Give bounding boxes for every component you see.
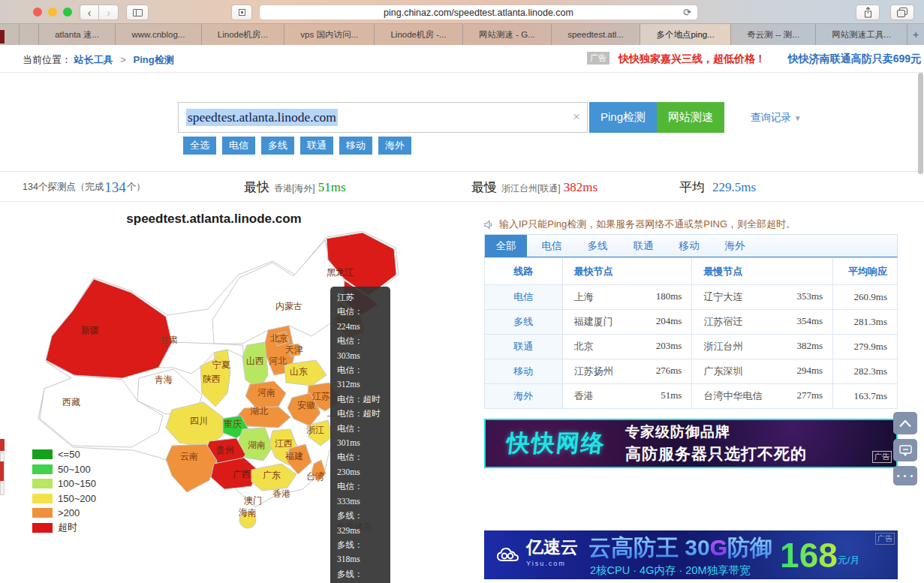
share-icon [863,7,873,18]
legend-item: 150~200 [32,491,96,506]
legend-swatch [32,479,53,488]
browser-tab[interactable]: speedtest.atl... [552,24,640,45]
browser-tab[interactable] [20,24,39,45]
tooltip-row: 多线：329ms [337,509,384,538]
comment-bubble-icon [899,445,912,456]
back-to-top-button[interactable] [893,412,917,434]
header-fastest: 最快节点 [562,258,692,285]
browser-tab-label: atlanta 速... [55,29,99,41]
sidebar-button[interactable] [126,5,149,20]
clear-input-icon[interactable]: × [573,110,580,125]
filter-button-电信[interactable]: 电信 [222,137,255,155]
tooltip-row: 电信：333ms [337,479,384,509]
slowest-stat: 最慢 浙江台州[联通] 382ms [471,172,597,203]
breadcrumb-separator: > [120,54,126,65]
yisu-ad-banner[interactable]: 广告 亿速云 Yisu.com 云高防王 30G防御 2核CPU · 4G内存 … [484,530,898,579]
ping-note-text: 输入IP只能Ping检测，如果服务器网络不通或禁PING，则全部超时。 [499,218,796,231]
feedback-button[interactable] [893,439,917,461]
ping-note: 输入IP只能Ping检测，如果服务器网络不通或禁PING，则全部超时。 [484,218,796,231]
filter-button-全选[interactable]: 全选 [183,137,216,155]
filter-button-联通[interactable]: 联通 [300,137,333,155]
browser-tab[interactable]: Linode机房... [202,24,285,45]
legend-swatch [32,508,53,518]
tooltip-row: 电信：312ms [337,363,384,392]
tooltip-row: 电信：230ms [337,450,384,479]
breadcrumb-home-link[interactable]: 站长工具 [74,54,113,65]
close-window-button[interactable] [33,8,42,17]
zoom-window-button[interactable] [63,8,72,17]
site-speed-button[interactable]: 网站测速 [657,102,724,133]
legend-label: 150~200 [58,493,96,504]
legend-item: <=50 [32,447,96,462]
reader-button[interactable] [231,5,252,20]
legend-swatch [32,449,53,459]
result-tab-电信[interactable]: 电信 [531,235,573,257]
back-button[interactable]: ‹ [80,5,99,20]
table-row: 电信上海180ms辽宁大连353ms260.9ms [485,285,898,310]
result-tab-全部[interactable]: 全部 [485,235,527,257]
minimize-window-button[interactable] [48,8,57,17]
promo-link-blue[interactable]: 快快济南联通高防只卖699元！ [788,53,924,65]
cell-fastest: 江苏扬州276ms [562,359,692,384]
browser-tab[interactable]: 网站测速工具... [816,24,907,45]
forward-button[interactable]: › [99,5,119,20]
cell-line[interactable]: 海外 [485,384,563,409]
cell-fastest: 香港51ms [562,384,692,409]
tabs-overview-icon [897,8,907,17]
browser-tab-label: Linode机房... [218,29,268,41]
ping-test-button[interactable]: Ping检测 [589,102,657,133]
browser-tab[interactable]: 网站测速 - G... [463,24,552,45]
more-tools-button[interactable]: • • • [893,466,917,485]
browser-tab[interactable]: 多个地点ping... [640,24,731,45]
query-history-dropdown[interactable]: 查询记录 ▼ [751,111,802,125]
browser-tab-label: Linode机房 -... [390,29,446,41]
browser-tab[interactable]: vps 国内访问... [284,24,375,45]
kuaikuai-brand: 快快网络 [505,428,607,459]
filter-button-移动[interactable]: 移动 [339,137,372,155]
address-bar[interactable]: ping.chinaz.com/speedtest.atlanta.linode… [259,5,698,20]
filter-button-海外[interactable]: 海外 [378,137,411,155]
show-all-tabs-button[interactable] [890,5,914,20]
reload-icon[interactable]: ⟳ [683,7,691,18]
tooltip-row: 电信：224ms [337,305,384,334]
cell-line[interactable]: 电信 [485,285,563,310]
sidebar-icon [133,9,143,17]
fastest-stat: 最快 香港[海外] 51ms [244,172,346,203]
browser-tab[interactable]: www.cnblog... [116,24,201,45]
legend-swatch [32,464,53,474]
page-scrollbar[interactable] [918,73,923,174]
legend-swatch [32,523,53,533]
tooltip-title: 江苏 [337,290,384,305]
domain-input[interactable]: speedtest.atlanta.linode.com × [178,102,588,133]
yisu-brand: 亿速云 Yisu.com [526,539,578,572]
legend-item: 超时 [32,521,96,536]
cell-fastest: 北京203ms [562,335,692,359]
cell-fastest: 上海180ms [562,285,692,310]
browser-tab-label: 网站测速工具... [832,29,891,41]
legend-item: 100~150 [32,476,96,491]
breadcrumb-bar: 当前位置： 站长工具 > Ping检测 广告 快快独家嘉兴三线，超低价格！ 快快… [0,45,924,73]
breadcrumb-current-link[interactable]: Ping检测 [133,54,173,65]
browser-tab[interactable]: Linode机房 -... [375,24,463,45]
yisu-price: 168 元/月 [780,540,859,570]
cell-line[interactable]: 移动 [485,359,563,384]
new-tab-button[interactable]: + [907,24,924,45]
cell-line[interactable]: 多线 [485,310,563,335]
cell-average: 281.3ms [833,310,898,335]
cell-line[interactable]: 联通 [485,335,563,359]
filter-button-多线[interactable]: 多线 [261,137,294,155]
result-tab-多线[interactable]: 多线 [576,235,619,257]
map-title: speedtest.atlanta.linode.com [26,212,402,227]
browser-tab[interactable]: atlanta 速... [39,24,116,45]
chevron-down-icon: ▼ [794,114,802,122]
browser-tab[interactable]: 奇云测 -- 测... [731,24,816,45]
result-table: 线路 最快节点 最慢节点 平均响应 电信上海180ms辽宁大连353ms260.… [484,257,898,409]
result-tab-移动[interactable]: 移动 [668,235,710,257]
result-tab-联通[interactable]: 联通 [622,235,664,257]
map-legend: <=5050~100100~150150~200>200超时 [32,447,96,535]
result-tab-海外[interactable]: 海外 [714,235,756,257]
promo-link-red[interactable]: 快快独家嘉兴三线，超低价格！ [619,53,766,65]
share-button[interactable] [856,5,880,20]
kuaikuai-ad-banner[interactable]: 快快网络 专家级防御品牌 高防服务器只选打不死的 广告 [484,419,898,468]
domain-input-value: speedtest.atlanta.linode.com [186,109,338,126]
